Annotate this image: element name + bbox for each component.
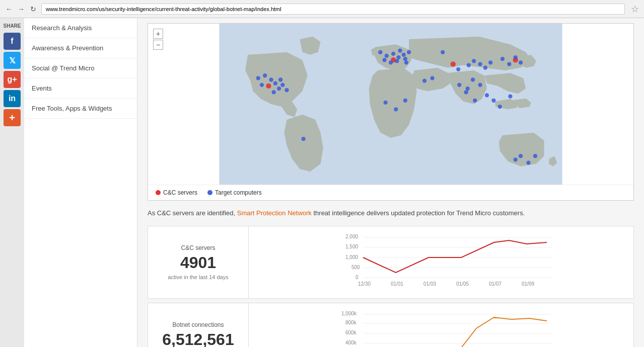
reload-button[interactable]: ↻ [29, 5, 37, 13]
svg-point-35 [519, 60, 523, 64]
svg-point-38 [485, 93, 489, 97]
cnc-chart-box: 2,000 1,500 1,000 500 0 12/30 [249, 226, 633, 298]
svg-point-53 [519, 154, 523, 158]
nav-item-events[interactable]: Events [24, 78, 137, 99]
cnc-chart: 2,000 1,500 1,000 500 0 12/30 [256, 231, 626, 292]
y-label-500: 500 [351, 265, 360, 270]
svg-point-22 [395, 59, 399, 63]
svg-point-17 [391, 52, 395, 56]
facebook-share-button[interactable]: f [4, 33, 21, 50]
bookmark-icon[interactable]: ☆ [631, 4, 639, 15]
svg-point-30 [483, 66, 487, 70]
svg-point-26 [404, 60, 408, 64]
svg-point-5 [256, 76, 260, 80]
nav-menu: Research & Analysis Awareness & Preventi… [24, 18, 137, 347]
botnet-chart: 1,000k 800k 600k 400k 200k 0k [256, 308, 626, 348]
botnet-stat-value: 6,512,561 [162, 330, 234, 348]
svg-point-31 [488, 60, 492, 64]
nav-item-social[interactable]: Social @ Trend Micro [24, 58, 137, 78]
share-label: SHARE [4, 23, 21, 29]
x-label-0105: 01/05 [456, 281, 469, 287]
botnet-data-line [363, 317, 547, 348]
svg-point-44 [457, 83, 461, 87]
svg-point-50 [441, 50, 445, 54]
cnc-legend: C&C servers [156, 189, 197, 196]
back-button[interactable]: ← [5, 5, 13, 13]
main-content: + − [137, 18, 644, 347]
cnc-stats-row: C&C servers 4901 active in the last 14 d… [148, 226, 634, 299]
svg-point-12 [278, 77, 282, 81]
svg-point-48 [394, 107, 398, 111]
svg-point-8 [273, 81, 277, 85]
y-label-600k: 600k [345, 330, 357, 335]
nav-item-research[interactable]: Research & Analysis [24, 18, 137, 38]
twitter-share-button[interactable]: 𝕏 [4, 52, 21, 69]
cnc-stat-label: C&C servers [181, 244, 215, 251]
x-label-0101: 01/01 [391, 281, 403, 287]
svg-point-33 [507, 62, 511, 66]
zoom-out-button[interactable]: − [153, 40, 163, 50]
svg-point-16 [385, 54, 389, 58]
cnc-stat-box: C&C servers 4901 active in the last 14 d… [148, 226, 249, 298]
target-legend-label: Target computers [215, 189, 262, 196]
nav-item-tools[interactable]: Free Tools, Apps & Widgets [24, 99, 137, 119]
svg-point-37 [478, 83, 482, 87]
y-label-400k: 400k [345, 340, 357, 345]
x-label-0103: 01/03 [423, 281, 436, 287]
svg-point-47 [384, 101, 388, 105]
target-legend-dot [207, 190, 212, 195]
svg-point-40 [498, 105, 502, 109]
cnc-legend-dot [156, 190, 161, 195]
address-bar[interactable] [41, 4, 625, 15]
zoom-in-button[interactable]: + [153, 29, 163, 39]
svg-point-6 [260, 83, 264, 87]
svg-point-20 [382, 58, 386, 62]
map-controls: + − [153, 29, 163, 50]
svg-point-14 [263, 73, 267, 77]
svg-point-10 [280, 83, 284, 87]
botnet-stat-box: Botnet connections 6,512,561 active in t… [148, 303, 249, 348]
botnet-stat-label: Botnet connections [172, 321, 224, 328]
svg-point-34 [514, 55, 518, 59]
x-label-1230: 12/30 [358, 281, 371, 287]
botnet-stats-row: Botnet connections 6,512,561 active in t… [148, 303, 634, 348]
x-label-0109: 01/09 [522, 281, 534, 287]
y-label-2000: 2,000 [345, 234, 358, 239]
googleplus-share-button[interactable]: g+ [4, 71, 21, 88]
svg-point-39 [491, 99, 495, 103]
map-container: + − [148, 23, 634, 201]
svg-point-55 [514, 157, 518, 161]
svg-point-32 [500, 57, 505, 61]
spn-link[interactable]: Smart Protection Network [237, 209, 312, 217]
svg-point-3 [451, 61, 456, 66]
svg-point-18 [396, 55, 400, 59]
svg-point-13 [272, 90, 276, 94]
svg-point-25 [398, 49, 402, 53]
svg-point-45 [466, 86, 470, 91]
y-label-800k: 800k [345, 320, 357, 325]
forward-button[interactable]: → [17, 5, 25, 13]
y-label-1000k: 1,000k [341, 311, 357, 316]
botnet-chart-box: 1,000k 800k 600k 400k 200k 0k [249, 303, 633, 348]
svg-point-15 [378, 50, 382, 54]
svg-point-49 [403, 99, 407, 103]
browser-bar: ← → ↻ ☆ [0, 0, 644, 18]
svg-point-27 [467, 63, 471, 67]
svg-point-43 [464, 90, 468, 94]
linkedin-share-button[interactable]: in [4, 90, 21, 107]
svg-point-46 [473, 99, 477, 103]
y-label-0: 0 [355, 275, 359, 280]
target-legend: Target computers [207, 189, 262, 196]
svg-point-29 [478, 62, 482, 66]
svg-point-41 [508, 94, 512, 98]
y-label-1000: 1,000 [345, 254, 358, 260]
cnc-legend-label: C&C servers [163, 189, 197, 196]
svg-point-19 [402, 53, 406, 57]
svg-point-7 [269, 77, 273, 81]
nav-item-awareness[interactable]: Awareness & Prevention [24, 38, 137, 58]
more-share-button[interactable]: + [4, 109, 21, 126]
svg-point-52 [430, 76, 434, 80]
y-label-1500: 1,500 [345, 244, 358, 249]
map-legend: C&C servers Target computers [148, 185, 633, 200]
svg-point-24 [407, 50, 411, 54]
